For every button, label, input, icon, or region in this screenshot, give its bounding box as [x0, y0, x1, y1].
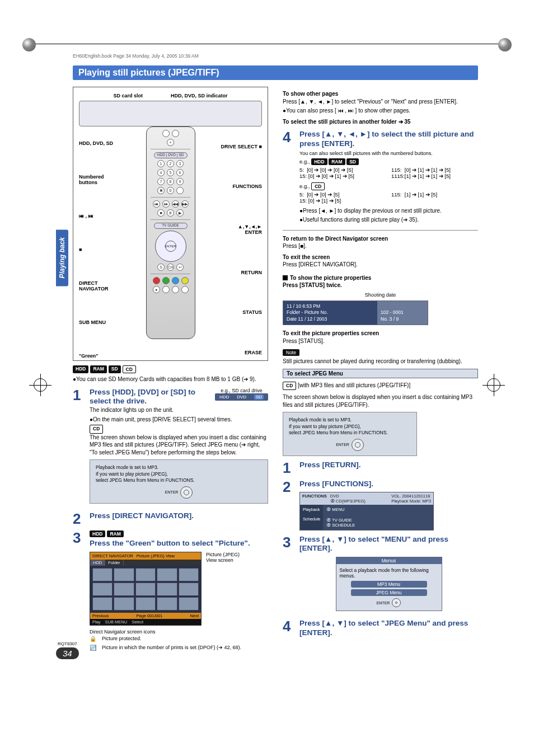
shot-hdr1: Picture (JPEG) View [137, 553, 175, 558]
jstep-3: 3 [283, 535, 295, 615]
exit-props-h: To exit the picture properties screen [283, 330, 478, 337]
page-title: Playing still pictures (JPEG/TIFF) [73, 65, 478, 80]
jstep1-title: Press [RETURN]. [299, 461, 478, 470]
step2-title: Press [DIRECT NAVIGATOR]. [90, 511, 268, 521]
show-other-pages-h: To show other pages [283, 90, 478, 98]
lock-icon [90, 636, 96, 642]
enter-icon [180, 486, 193, 499]
page-number: 34 [56, 647, 79, 659]
step1-cd-badge: CD [90, 425, 103, 433]
step3-caption: Picture (JPEG) View screen [206, 552, 251, 626]
dpof-icon [90, 645, 96, 651]
shot-tab1: Folder [105, 560, 123, 566]
note-text: Still pictures cannot be played during r… [283, 358, 478, 365]
eg1r0c: 115: [391, 167, 402, 173]
step1-title: Press [HDD], [DVD] or [SD] to select the… [90, 388, 210, 407]
panel-l0: Playback mode is set to MP3. [96, 464, 195, 471]
menus-hd: Menus [336, 557, 442, 564]
lbl-drive-select: DRIVE SELECT ■ [221, 144, 262, 149]
strip-sd: SD [254, 395, 264, 400]
jpanel-l2: select JPEG Menu from Menu in FUNCTIONS. [289, 430, 388, 436]
jstep2-title: Press [FUNCTIONS]. [299, 480, 478, 489]
lbl-direct-nav: DIRECT NAVIGATOR [79, 280, 120, 292]
lbl-skip: ⏮ , ⏭ [79, 213, 120, 219]
functions-screenshot: FUNCTIONS DVD ⦿ CD(MP3/JPEG) VOL. 200411… [299, 492, 434, 530]
enter-button: ENTER [165, 241, 176, 252]
fshot-tm: DVD ⦿ CD(MP3/JPEG) [330, 494, 366, 504]
fshot-side1: Schedule [303, 516, 320, 522]
eg1r1b: [0] ➔ [0] ➔ [1] ➔ [5] [308, 173, 354, 179]
fshot-m1: ⦿ TV GUIDE [326, 518, 430, 523]
pdf-header-watermark: EH60English.book Page 34 Monday, July 4,… [73, 53, 199, 59]
properties-screenshot: 11 / 10 6:53 PM Folder - Picture No. Dat… [283, 300, 428, 325]
square-bullet-icon [283, 275, 288, 280]
eg1-b0: HDD [311, 158, 327, 165]
shot-next: Next [190, 613, 199, 618]
eg1-b1: RAM [329, 158, 345, 165]
lbl-erase: ERASE [221, 350, 262, 355]
lbl-return: RETURN [221, 270, 262, 275]
remote-illustration: + HDD | DVD | SD 123 456 789 ✖0 ⏮⏭◀◀▶▶ ■… [146, 126, 195, 339]
shot-tab0: HDD [90, 560, 105, 566]
jstep4-title: Press [▲, ▼] to select "JPEG Menu" and p… [299, 619, 478, 638]
exit-screen-p: Press [DIRECT NAVIGATOR]. [283, 261, 478, 269]
show-props-sub: Press [STATUS] twice. [283, 281, 478, 289]
eg2r0a: 5: [299, 191, 304, 198]
menus-panel: Menus Select a playback mode from the fo… [336, 557, 442, 611]
menus-opt-mp3: MP3 Menu [351, 581, 427, 588]
jstep-4: 4 [283, 619, 295, 638]
mp3-mode-panel-right: Playback mode is set to MP3. If you want… [283, 412, 417, 456]
return-nav-p: Press [■]. [283, 242, 478, 250]
select-another-folder: To select the still pictures in another … [283, 118, 478, 126]
eg2r1b: [0] ➔ [1] ➔ [5] [308, 198, 341, 204]
doc-code: RQT8307 [56, 641, 79, 646]
jpeg-intro: The screen shown below is displayed when… [283, 393, 478, 408]
section-tab-playing-back: Playing back [56, 229, 68, 286]
shot-play: Play [92, 619, 101, 624]
eg2r0b: [0] ➔ [0] ➔ [5] [307, 191, 339, 198]
panel-enter-label: ENTER [165, 490, 179, 495]
eg1r1a: 15: [299, 173, 307, 179]
strip-dvd: DVD [237, 395, 246, 400]
enter-icon-3 [392, 598, 401, 607]
lbl-status: STATUS [221, 309, 262, 315]
step1-cd-text: The screen shown below is displayed when… [90, 434, 268, 457]
note-label: Note [283, 349, 299, 356]
page-footer: RQT8307 34 [56, 641, 79, 659]
step3-badge-hdd: HDD [90, 530, 105, 537]
remote-left-labels: HDD, DVD, SD Numbered buttons ⏮ , ⏭ ■ DI… [79, 126, 120, 373]
intro-text: ●You can use SD Memory Cards with capaci… [73, 375, 268, 383]
panel-l1: If you want to play picture (JPEG), [96, 471, 195, 477]
panel-l2: select JPEG Menu from Menu in FUNCTIONS. [96, 477, 195, 483]
eg1-b2: SD [346, 158, 359, 165]
eg2r1a: 15: [299, 198, 307, 204]
step1-aside: e.g., SD card drive [215, 388, 268, 393]
step-number-3: 3 [73, 530, 85, 652]
jpeg-cd-text: [with MP3 files and still pictures (JPEG… [298, 382, 410, 388]
shooting-date-label: Shooting date [283, 292, 478, 298]
lbl-green: "Green" [79, 353, 120, 359]
prop-l1: Folder - Picture No. [287, 309, 374, 316]
step4-title: Press [▲, ▼, ◄, ►] to select the still p… [299, 130, 478, 149]
eg1r1d: [1] ➔ [1] ➔ [1] ➔ [5] [405, 173, 451, 179]
lbl-functions: FUNCTIONS [221, 184, 262, 189]
lbl-sub-menu: SUB MENU [79, 320, 120, 325]
shot-submenu: SUB MENU [105, 619, 128, 624]
lbl-stop: ■ [79, 247, 120, 252]
fshot-side0: Playback [303, 507, 320, 512]
step-number-2: 2 [73, 511, 85, 526]
jpanel-l1: If you want to play picture (JPEG), [289, 424, 388, 430]
fshot-tr: VOL. 200411201118 Playback Mode: MP3 [391, 494, 431, 504]
eg1r0d: [0] ➔ [1] ➔ [1] ➔ [5] [405, 167, 451, 173]
eg1r1c: 1115: [391, 173, 405, 179]
label-sd-slot: SD card slot [113, 93, 143, 98]
jstep-1: 1 [283, 461, 295, 475]
select-jpeg-menu-bar: To select JPEG Menu [283, 369, 478, 378]
eg2-badge: CD [311, 182, 325, 190]
step3-badge-ram: RAM [107, 530, 123, 537]
remote-diagram: SD card slot HDD, DVD, SD indicator HDD,… [73, 87, 268, 361]
enter-icon-2 [352, 439, 364, 451]
step-number-4: 4 [283, 130, 295, 226]
jpeg-cd-badge: CD [283, 382, 296, 390]
show-other-pages-p2: ●You can also press [ ⏮ , ⏭ ] to show ot… [283, 107, 478, 115]
